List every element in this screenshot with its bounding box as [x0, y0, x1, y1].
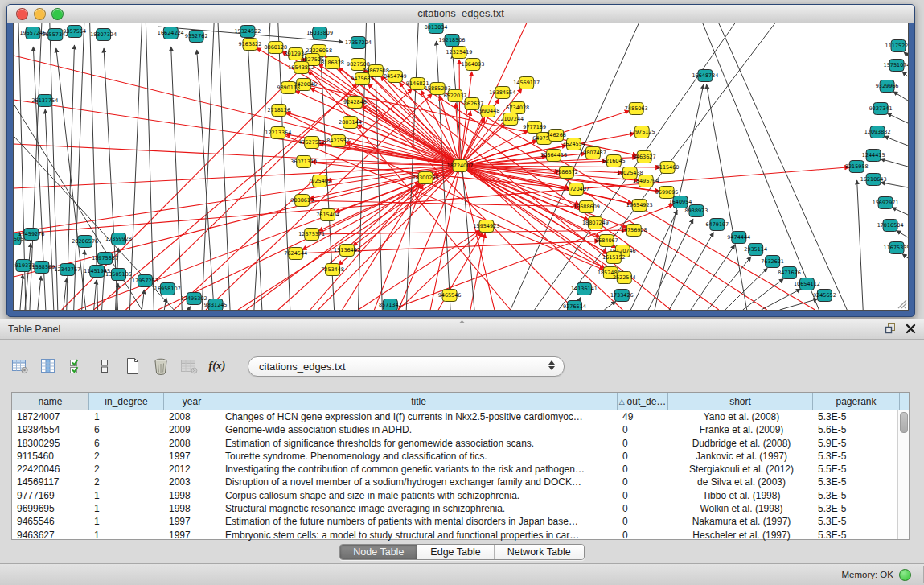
- graph-node[interactable]: 9115460: [656, 162, 680, 174]
- graph-edge[interactable]: [417, 84, 766, 310]
- close-panel-icon[interactable]: [906, 323, 916, 334]
- graph-node[interactable]: 9474444: [727, 232, 750, 244]
- table-options-button[interactable]: [10, 356, 31, 376]
- create-table-button[interactable]: [122, 356, 143, 376]
- table-row[interactable]: 977716911998Corpus callosum shape and si…: [12, 489, 909, 502]
- graph-node[interactable]: 10688609: [573, 201, 600, 213]
- graph-edge[interactable]: [14, 100, 460, 166]
- graph-edge[interactable]: [881, 159, 908, 167]
- graph-edge[interactable]: [708, 257, 751, 310]
- graph-edge[interactable]: [38, 276, 41, 310]
- tab-node-table[interactable]: Node Table: [340, 545, 417, 559]
- graph-node[interactable]: 9227341: [869, 103, 893, 115]
- column-header-short[interactable]: short: [668, 393, 813, 410]
- graph-node[interactable]: 11175224: [885, 40, 908, 52]
- graph-node[interactable]: 9352762: [185, 31, 208, 43]
- graph-node[interactable]: 14136141: [571, 283, 598, 295]
- graph-edge[interactable]: [470, 233, 485, 310]
- graph-node[interactable]: 7986372: [555, 167, 578, 179]
- graph-edge[interactable]: [902, 72, 908, 76]
- graph-edge[interactable]: [904, 52, 908, 56]
- graph-node[interactable]: 15136447: [334, 245, 360, 257]
- graph-node[interactable]: 14569117: [513, 77, 540, 89]
- graph-node[interactable]: 16033809: [306, 27, 333, 39]
- graph-edge[interactable]: [691, 245, 735, 310]
- graph-node[interactable]: 8938923: [685, 205, 708, 217]
- scrollbar-thumb[interactable]: [900, 412, 908, 433]
- graph-node[interactable]: 9242848: [343, 97, 367, 109]
- graph-node[interactable]: 12495302: [181, 293, 207, 305]
- graph-node[interactable]: 12093832: [864, 126, 891, 138]
- graph-edge[interactable]: [146, 23, 154, 310]
- graph-node[interactable]: 1733426: [610, 290, 634, 302]
- graph-edge[interactable]: [892, 208, 908, 215]
- graph-edge[interactable]: [887, 113, 908, 123]
- function-builder-button[interactable]: f(x): [207, 356, 228, 376]
- graph-node[interactable]: 2803144: [339, 117, 362, 129]
- graph-node[interactable]: 9831245: [204, 299, 228, 311]
- graph-edge[interactable]: [604, 301, 616, 310]
- graph-node[interactable]: 18307324: [90, 29, 117, 41]
- graph-edge[interactable]: [884, 136, 908, 146]
- graph-node[interactable]: 19654923: [626, 200, 653, 212]
- graph-edge[interactable]: [14, 166, 460, 277]
- graph-node[interactable]: 746266: [546, 130, 566, 142]
- tab-network-table[interactable]: Network Table: [495, 545, 584, 559]
- graph-node[interactable]: 17975125: [629, 126, 655, 138]
- graph-edge[interactable]: [459, 60, 460, 166]
- column-header-in_degree[interactable]: in_degree: [89, 393, 164, 410]
- graph-edge[interactable]: [14, 166, 460, 188]
- graph-edge[interactable]: [460, 166, 495, 310]
- table-row[interactable]: 969969511998Structural magnetic resonanc…: [12, 502, 909, 515]
- graph-node[interactable]: 11675335: [884, 242, 908, 254]
- graph-edge[interactable]: [706, 84, 746, 310]
- graph-node[interactable]: 9329966: [876, 80, 899, 93]
- row-selection-button[interactable]: [66, 356, 87, 376]
- graph-edge[interactable]: [897, 231, 908, 237]
- graph-node[interactable]: 8813034: [425, 23, 448, 34]
- table-row[interactable]: 1830029562008Estimation of significance …: [12, 437, 909, 450]
- graph-edge[interactable]: [719, 23, 847, 310]
- graph-node[interactable]: 7485063: [625, 103, 648, 115]
- graph-node[interactable]: 19218506: [439, 35, 466, 47]
- graph-node[interactable]: 19756928: [621, 225, 647, 237]
- table-row[interactable]: 946554611997Estimation of the future num…: [12, 515, 909, 528]
- table-row[interactable]: 2242004622012Investigating the contribut…: [12, 463, 909, 476]
- graph-node[interactable]: 1364093: [462, 59, 485, 71]
- graph-edge[interactable]: [238, 166, 460, 310]
- column-header-pagerank[interactable]: pagerank: [813, 393, 900, 410]
- graph-node[interactable]: 17357224: [345, 37, 372, 49]
- network-canvas[interactable]: 1872400791638228860128891293422226058982…: [13, 23, 909, 311]
- graph-node[interactable]: 47527512: [298, 137, 325, 149]
- column-header-title[interactable]: title: [220, 393, 618, 410]
- graph-node[interactable]: 8186328: [321, 57, 344, 69]
- graph-node[interactable]: 15751074: [884, 60, 908, 72]
- graph-node[interactable]: 9038613: [290, 195, 314, 207]
- column-header-year[interactable]: year: [164, 393, 220, 410]
- table-mode-button[interactable]: [94, 356, 115, 376]
- graph-edge[interactable]: [743, 278, 784, 310]
- graph-edge[interactable]: [430, 166, 460, 310]
- resize-grip-icon[interactable]: [896, 298, 907, 309]
- graph-node[interactable]: 6216045: [602, 155, 626, 167]
- graph-edge[interactable]: [881, 183, 908, 187]
- graph-node[interactable]: 10654112: [794, 278, 820, 290]
- column-header-name[interactable]: name: [12, 393, 89, 410]
- graph-node[interactable]: 15324522: [235, 26, 261, 38]
- graph-node[interactable]: 17016504: [877, 220, 904, 232]
- column-visibility-button[interactable]: [38, 356, 59, 376]
- table-scrollbar[interactable]: [897, 410, 909, 539]
- graph-svg[interactable]: 1872400791638228860128891293422226058982…: [14, 23, 908, 310]
- graph-edge[interactable]: [188, 307, 190, 310]
- graph-edge[interactable]: [94, 280, 97, 310]
- table-row[interactable]: 946362711997Embryonic stem cells: a mode…: [12, 529, 909, 542]
- graph-edge[interactable]: [762, 289, 801, 310]
- graph-node[interactable]: 9463627: [633, 151, 656, 163]
- graph-edge[interactable]: [857, 180, 864, 310]
- panel-splitter-handle[interactable]: [459, 320, 466, 323]
- graph-node[interactable]: 16648784: [692, 70, 718, 82]
- graph-node[interactable]: 8215958: [845, 161, 869, 173]
- table-row[interactable]: 1456911722003Disruption of a novel membe…: [12, 476, 909, 488]
- table-row[interactable]: 1938455462009Genome-wide association stu…: [12, 423, 909, 436]
- graph-node[interactable]: 15692971: [873, 197, 899, 209]
